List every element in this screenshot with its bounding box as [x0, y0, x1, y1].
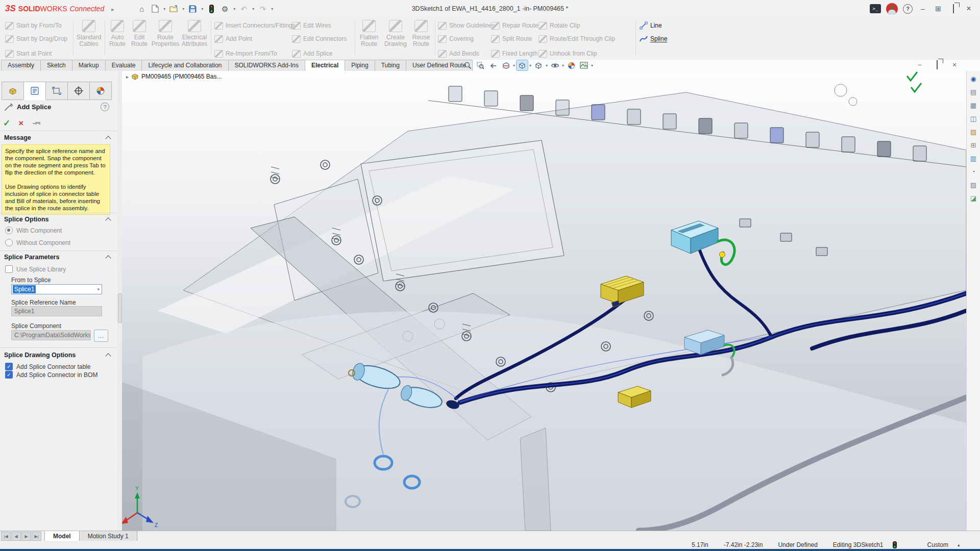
tab-markup[interactable]: Markup: [72, 60, 106, 71]
doc-minimize-button[interactable]: –: [915, 61, 925, 68]
tab-assembly[interactable]: Assembly: [1, 60, 41, 71]
open-dropdown-icon[interactable]: ▾: [181, 7, 186, 11]
help-button[interactable]: ?: [903, 4, 913, 14]
minimize-button[interactable]: –: [918, 5, 928, 13]
view-settings-button[interactable]: [578, 60, 590, 70]
view-settings-dropdown-icon[interactable]: ▾: [591, 63, 593, 68]
edit-route-button[interactable]: Edit Route: [129, 20, 150, 47]
propertymanager-tab[interactable]: [23, 82, 46, 100]
console-button[interactable]: >_: [870, 4, 881, 13]
first-sheet-button[interactable]: |◀: [1, 532, 11, 541]
insert-connectors-button[interactable]: Insert Connectors/Fittings: [214, 20, 296, 31]
combo-dropdown-icon[interactable]: ▾: [97, 287, 100, 292]
model-tab[interactable]: Model: [44, 531, 80, 541]
reimport-fromto-button[interactable]: Re-Import From/To: [214, 48, 277, 59]
split-route-button[interactable]: Split Route: [491, 34, 532, 44]
route-through-clip-button[interactable]: Route/Edit Through Clip: [538, 34, 615, 44]
design-library-tab-icon[interactable]: ▤: [969, 87, 978, 97]
last-sheet-button[interactable]: ▶|: [32, 532, 41, 541]
close-button[interactable]: ×: [964, 4, 974, 13]
route-properties-button[interactable]: Route Properties: [150, 20, 181, 47]
with-component-radio[interactable]: With Component: [5, 227, 62, 234]
cancel-button[interactable]: ×: [18, 118, 23, 129]
next-sheet-button[interactable]: ▶: [21, 532, 31, 541]
hide-show-dropdown-icon[interactable]: ▾: [562, 63, 564, 68]
auto-route-button[interactable]: Auto Route: [106, 20, 129, 47]
add-bends-button[interactable]: Add Bends: [438, 48, 479, 59]
section-dropdown-icon[interactable]: ▾: [513, 63, 515, 68]
options-button[interactable]: ⚙: [219, 3, 231, 15]
use-splice-library-checkbox[interactable]: Use Splice Library: [5, 265, 66, 273]
from-to-splice-combobox[interactable]: Splice1 ▾: [11, 284, 102, 294]
configuration-dropdown-icon[interactable]: ▴: [958, 542, 960, 547]
unhook-from-clip-button[interactable]: Unhook from Clip: [538, 48, 597, 59]
add-splice-connector-table-checkbox[interactable]: ✓ Add Splice Connector table: [5, 363, 90, 370]
splice-options-header[interactable]: Splice Options: [4, 216, 113, 223]
options-dropdown-icon[interactable]: ▾: [232, 7, 237, 11]
display-style-dropdown-icon[interactable]: ▾: [546, 63, 548, 68]
edit-wires-button[interactable]: Edit Wires: [292, 20, 331, 31]
section-view-button[interactable]: [500, 60, 511, 70]
prev-sheet-button[interactable]: ◀: [11, 532, 21, 541]
splice-drawing-options-header[interactable]: Splice Drawing Options: [4, 352, 113, 359]
display-style-button[interactable]: [533, 60, 544, 70]
splitter-handle-icon[interactable]: [118, 293, 122, 323]
edit-connectors-button[interactable]: Edit Connectors: [292, 34, 347, 44]
dimxpertmanager-tab[interactable]: [67, 82, 90, 100]
3dexperience-tab-icon[interactable]: ◉: [969, 74, 978, 84]
redo-dropdown-icon[interactable]: ▾: [270, 7, 275, 11]
add-splice-button[interactable]: Add Splice: [292, 48, 332, 59]
standard-cables-button[interactable]: Standard Cables: [74, 20, 104, 47]
file-explorer-tab-icon[interactable]: ▦: [969, 101, 978, 110]
motion-study-tab[interactable]: Motion Study 1: [79, 531, 137, 541]
undo-dropdown-icon[interactable]: ▾: [251, 7, 256, 11]
displaymanager-tab[interactable]: [89, 82, 112, 100]
tab-piping[interactable]: Piping: [345, 60, 375, 71]
view-orientation-button[interactable]: [517, 60, 528, 70]
start-at-point-button[interactable]: Start at Point: [5, 48, 52, 59]
view-orientation-dropdown-icon[interactable]: ▾: [529, 63, 531, 68]
status-traffic-light-icon[interactable]: [893, 541, 897, 548]
show-guidelines-button[interactable]: Show Guidelines: [438, 20, 495, 31]
fixed-length-button[interactable]: Fixed Length: [491, 48, 537, 59]
new-dropdown-icon[interactable]: ▾: [162, 7, 167, 11]
status-configuration[interactable]: Custom: [927, 541, 948, 548]
splice-reference-name-input[interactable]: Splice1: [11, 306, 102, 316]
undo-button[interactable]: ↶: [238, 3, 250, 15]
appearances-tab-icon[interactable]: ▧: [969, 127, 978, 137]
chassis-model[interactable]: [122, 92, 966, 531]
create-drawing-button[interactable]: Create Drawing: [382, 20, 409, 47]
edit-appearance-button[interactable]: [566, 60, 577, 70]
open-button[interactable]: [168, 3, 180, 15]
tab-addins[interactable]: SOLIDWORKS Add-Ins: [228, 60, 305, 71]
tab-lifecycle[interactable]: Lifecycle and Collaboration: [141, 60, 228, 71]
lifecycle-status-button[interactable]: [206, 3, 218, 15]
repair-route-button[interactable]: Repair Route: [491, 20, 538, 31]
start-by-dragdrop-button[interactable]: Start by Drag/Drop: [5, 34, 67, 44]
tab-electrical[interactable]: Electrical: [305, 60, 345, 71]
splice-component-input[interactable]: C:\ProgramData\SolidWorks\S: [11, 330, 91, 340]
custom-properties-tab-icon[interactable]: ⊞: [969, 140, 978, 150]
pin-button[interactable]: [32, 120, 41, 127]
ecad-tab-icon[interactable]: ◔: [969, 167, 978, 177]
doc-restore-button[interactable]: [932, 61, 942, 69]
forum-tab-icon[interactable]: ▥: [969, 154, 978, 163]
tab-tubing[interactable]: Tubing: [375, 60, 406, 71]
previous-view-button[interactable]: [487, 60, 499, 70]
configurationmanager-tab[interactable]: [45, 82, 68, 100]
tree-expand-icon[interactable]: ▸: [126, 74, 129, 80]
zoom-to-area-button[interactable]: [475, 60, 486, 70]
brand-expand-icon[interactable]: ▸: [111, 6, 114, 13]
message-section-header[interactable]: Message: [4, 134, 113, 141]
electrical-attributes-button[interactable]: Electrical Attributes: [180, 20, 209, 47]
without-component-radio[interactable]: Without Component: [5, 239, 70, 246]
feature-tree-flyout[interactable]: ▸ PM009465 (PM009465 Bas...: [126, 73, 222, 80]
pdm-tab-icon[interactable]: ▨: [969, 180, 978, 190]
reuse-route-button[interactable]: Reuse Route: [410, 20, 432, 47]
toolbox-tab-icon[interactable]: ◪: [969, 193, 978, 203]
spline-tool-button[interactable]: Spline: [640, 34, 667, 44]
window-layout-button[interactable]: ⊞: [933, 5, 943, 13]
rotate-clip-button[interactable]: Rotate Clip: [538, 20, 580, 31]
save-button[interactable]: [187, 3, 199, 15]
ok-button[interactable]: ✓: [3, 118, 10, 129]
